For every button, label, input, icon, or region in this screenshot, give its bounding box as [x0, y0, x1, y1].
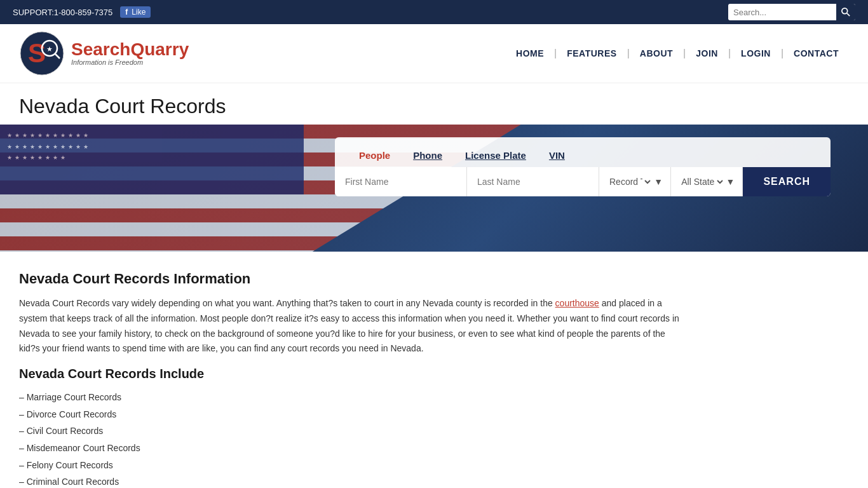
logo-tagline: Information is Freedom — [71, 58, 189, 66]
phone-number: 1-800-859-7375 — [54, 8, 113, 17]
top-bar-left: SUPPORT:1-800-859-7375 Like — [13, 6, 151, 18]
search-tabs: People Phone License Plate VIN — [335, 137, 831, 167]
content-paragraph: Nevada Court Records vary widely dependi… — [19, 296, 680, 356]
fb-like-label: Like — [132, 8, 146, 17]
top-search-input[interactable] — [728, 6, 836, 19]
tab-vin[interactable]: VIN — [538, 145, 576, 168]
search-button[interactable]: SEARCH — [743, 167, 831, 196]
page-title: Nevada Court Records — [19, 95, 849, 118]
logo-text: SearchQuarry Information is Freedom — [71, 41, 189, 66]
nav-contact[interactable]: CONTACT — [783, 48, 849, 58]
support-label: SUPPORT:1-800-859-7375 — [13, 8, 112, 17]
search-widget: People Phone License Plate VIN Record Ty… — [335, 137, 831, 196]
logo-icon: S ★ — [19, 30, 65, 76]
tab-license-plate[interactable]: License Plate — [454, 145, 538, 168]
list-item: – Divorce Court Records — [19, 406, 680, 423]
first-name-input[interactable] — [335, 167, 467, 196]
nav-home[interactable]: HOME — [506, 48, 554, 58]
top-search-button[interactable] — [836, 4, 855, 20]
flag-blue: ★★★★★★★★★★★★★★★★★★★★★★★★★★★★★★ — [0, 125, 304, 194]
svg-text:★: ★ — [46, 45, 53, 53]
logo-brand: SearchQuarry — [71, 41, 189, 58]
hero-banner: ★★★★★★★★★★★★★★★★★★★★★★★★★★★★★★ People Ph… — [0, 125, 868, 252]
tab-people[interactable]: People — [348, 145, 402, 168]
page-title-area: Nevada Court Records — [0, 83, 868, 125]
svg-line-1 — [847, 13, 850, 16]
record-type-dropdown[interactable]: Record TypeCriminalCivilTrafficMarriageD… — [599, 167, 671, 196]
list-item: – Civil Court Records — [19, 423, 680, 440]
nav-about[interactable]: ABOUT — [630, 48, 683, 58]
fb-like-button[interactable]: Like — [120, 6, 151, 18]
search-form: Record TypeCriminalCivilTrafficMarriageD… — [335, 167, 831, 196]
top-search-box[interactable] — [728, 4, 855, 20]
list-item: – Criminal Court Records — [19, 473, 680, 488]
last-name-input[interactable] — [467, 167, 599, 196]
records-list: – Marriage Court Records– Divorce Court … — [19, 389, 680, 488]
svg-point-0 — [842, 8, 848, 14]
list-item: – Misdemeanor Court Records — [19, 440, 680, 457]
states-select[interactable]: All StatesAlabamaAlaskaArizonaArkansasCa… — [679, 176, 724, 187]
tab-phone[interactable]: Phone — [402, 145, 454, 168]
nav-join[interactable]: JOIN — [686, 48, 728, 58]
all-states-dropdown[interactable]: All StatesAlabamaAlaskaArizonaArkansasCa… — [671, 167, 743, 196]
header: S ★ SearchQuarry Information is Freedom … — [0, 24, 868, 83]
top-bar: SUPPORT:1-800-859-7375 Like — [0, 0, 868, 24]
content-heading: Nevada Court Records Information — [19, 271, 680, 287]
flag-stars: ★★★★★★★★★★★★★★★★★★★★★★★★★★★★★★ — [3, 128, 94, 163]
list-item: – Felony Court Records — [19, 457, 680, 474]
main-nav: HOME | FEATURES | ABOUT | JOIN | LOGIN |… — [506, 48, 849, 59]
courthouse-link[interactable]: courthouse — [555, 298, 599, 308]
logo[interactable]: S ★ SearchQuarry Information is Freedom — [19, 30, 189, 76]
record-type-select[interactable]: Record TypeCriminalCivilTrafficMarriageD… — [607, 176, 653, 187]
nav-login[interactable]: LOGIN — [731, 48, 781, 58]
list-item: – Marriage Court Records — [19, 389, 680, 406]
nav-features[interactable]: FEATURES — [557, 48, 627, 58]
includes-heading: Nevada Court Records Include — [19, 367, 680, 381]
main-content: Nevada Court Records Information Nevada … — [0, 252, 699, 488]
